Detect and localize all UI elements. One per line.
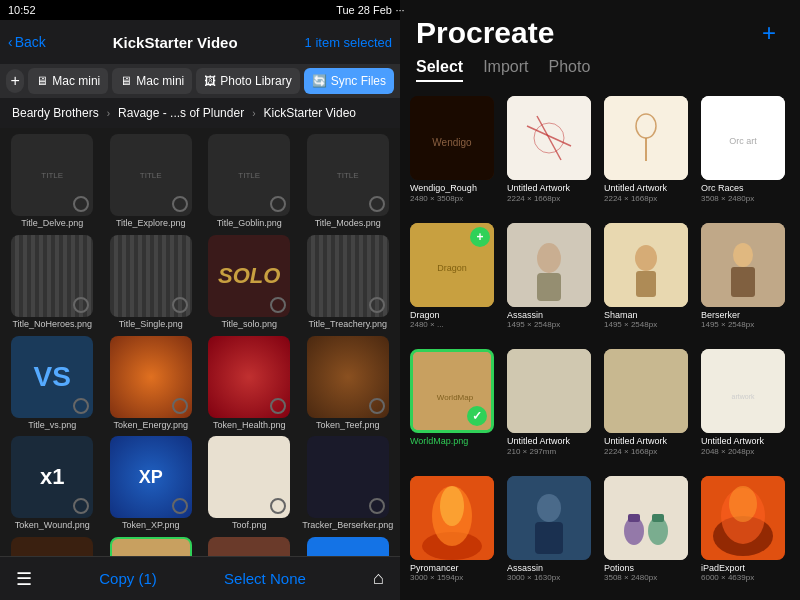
artwork-size: 2480 × 3508px — [410, 194, 499, 204]
artwork-preview — [507, 223, 591, 307]
artwork-item[interactable]: Untitled Artwork 2224 × 1668px — [604, 96, 693, 215]
artwork-item[interactable]: WorldMap ✓ WorldMap.png — [410, 349, 499, 468]
artwork-item[interactable]: Untitled Artwork 2224 × 1668px — [604, 349, 693, 468]
artwork-thumbnail — [701, 476, 785, 560]
select-radio[interactable] — [172, 297, 188, 313]
artwork-item[interactable]: Assassin 3000 × 1630px — [507, 476, 596, 595]
artwork-item[interactable]: Potions 3508 × 2480px — [604, 476, 693, 595]
artwork-name: Potions — [604, 563, 693, 574]
file-name: Token_Teef.png — [316, 420, 380, 431]
artwork-item[interactable]: Dragon + Dragon 2480 × ... — [410, 223, 499, 342]
artwork-thumbnail — [701, 223, 785, 307]
breadcrumb-label-2: Ravage - ...s of Plunder — [118, 106, 244, 120]
svg-rect-35 — [604, 476, 688, 560]
list-item[interactable]: Token_Energy.png — [105, 336, 198, 431]
breadcrumb-arrow-2: › — [252, 108, 255, 119]
tab-mac-mini-1[interactable]: 🖥 Mac mini — [28, 68, 108, 94]
list-item[interactable]: Tracker_Berserker.png — [302, 436, 395, 531]
file-name: Title_solo.png — [221, 319, 277, 330]
file-thumbnail: TITLE — [110, 134, 192, 216]
list-item[interactable]: Ps Box Art.psd — [302, 537, 395, 556]
artwork-name: Assassin — [507, 563, 596, 574]
artwork-item[interactable]: Shaman 1495 × 2548px — [604, 223, 693, 342]
select-radio[interactable] — [270, 498, 286, 514]
status-bar: 10:52 ··· Tue 28 Feb — [0, 0, 400, 20]
file-name: Token_Energy.png — [114, 420, 188, 431]
svg-rect-21 — [731, 267, 755, 297]
artwork-item[interactable]: Untitled Artwork 210 × 297mm — [507, 349, 596, 468]
list-item[interactable]: Wound.png — [203, 537, 296, 556]
svg-rect-39 — [652, 514, 664, 522]
select-radio[interactable] — [172, 398, 188, 414]
back-button[interactable]: ‹ Back — [8, 34, 46, 50]
artwork-item[interactable]: Wendigo Wendigo_Rough 2480 × 3508px — [410, 96, 499, 215]
artwork-size: 2224 × 1668px — [604, 194, 693, 204]
list-item[interactable]: TITLE Title_Goblin.png — [203, 134, 296, 229]
list-item[interactable]: Title_Single.png — [105, 235, 198, 330]
list-item[interactable]: Tracker_Card.png — [6, 537, 99, 556]
select-radio[interactable] — [73, 498, 89, 514]
list-item[interactable]: Toof.png — [203, 436, 296, 531]
artwork-item[interactable]: Berserker 1495 × 2548px — [701, 223, 790, 342]
artwork-item[interactable]: iPadExport 6000 × 4639px — [701, 476, 790, 595]
list-item[interactable]: VS Title_vs.png — [6, 336, 99, 431]
tab-photo-library[interactable]: 🖼 Photo Library — [196, 68, 299, 94]
list-item[interactable]: TITLE Title_Delve.png — [6, 134, 99, 229]
home-icon[interactable]: ⌂ — [373, 568, 384, 589]
artwork-item[interactable]: artwork Untitled Artwork 2048 × 2048px — [701, 349, 790, 468]
add-tab-button[interactable]: + — [6, 69, 24, 93]
tab-import[interactable]: Import — [483, 58, 528, 82]
select-radio[interactable] — [369, 297, 385, 313]
add-artwork-button[interactable]: + — [754, 18, 784, 48]
select-radio[interactable] — [270, 196, 286, 212]
list-item[interactable]: Title_Treachery.png — [302, 235, 395, 330]
list-item[interactable]: SOLO Title_solo.png — [203, 235, 296, 330]
status-time: 10:52 — [8, 4, 36, 16]
file-name: Tracker_Berserker.png — [302, 520, 393, 531]
select-radio[interactable] — [172, 498, 188, 514]
artwork-preview — [604, 349, 688, 433]
list-item[interactable]: x1 Token_Wound.png — [6, 436, 99, 531]
breadcrumb-beardy[interactable]: Beardy Brothers — [6, 104, 105, 122]
artwork-item[interactable]: Orc art Orc Races 3508 × 2480px — [701, 96, 790, 215]
breadcrumb-ravage[interactable]: Ravage - ...s of Plunder — [112, 104, 250, 122]
menu-icon[interactable]: ☰ — [16, 568, 32, 590]
list-item[interactable]: XP Token_XP.png — [105, 436, 198, 531]
select-radio[interactable] — [369, 398, 385, 414]
artwork-item[interactable]: Assassin 1495 × 2548px — [507, 223, 596, 342]
list-item[interactable]: TITLE Title_Modes.png — [302, 134, 395, 229]
copy-button[interactable]: Copy (1) — [99, 570, 157, 587]
select-radio[interactable] — [369, 498, 385, 514]
list-item[interactable]: Token_Teef.png — [302, 336, 395, 431]
list-item[interactable]: ✓ WorldMap.png — [105, 537, 198, 556]
artwork-thumbnail: Wendigo — [410, 96, 494, 180]
select-radio[interactable] — [73, 297, 89, 313]
artwork-name: Pyromancer — [410, 563, 499, 574]
photo-icon: 🖼 — [204, 74, 216, 88]
file-thumbnail: TITLE — [208, 134, 290, 216]
artwork-size: 2224 × 1668px — [604, 447, 693, 457]
tab-photo[interactable]: Photo — [548, 58, 590, 82]
list-item[interactable]: Title_NoHeroes.png — [6, 235, 99, 330]
artwork-thumbnail — [410, 476, 494, 560]
select-none-button[interactable]: Select None — [224, 570, 306, 587]
select-radio[interactable] — [172, 196, 188, 212]
list-item[interactable]: TITLE Title_Explore.png — [105, 134, 198, 229]
breadcrumb-kickstarter[interactable]: KickStarter Video — [257, 104, 362, 122]
select-radio[interactable] — [270, 398, 286, 414]
tab-select[interactable]: Select — [416, 58, 463, 82]
select-radio[interactable] — [270, 297, 286, 313]
select-radio[interactable] — [73, 398, 89, 414]
app-title: Procreate — [416, 16, 554, 50]
procreate-header: Procreate + — [400, 0, 800, 58]
file-thumbnail — [11, 235, 93, 317]
artwork-thumbnail: WorldMap ✓ — [410, 349, 494, 433]
select-radio[interactable] — [73, 196, 89, 212]
artwork-item[interactable]: Untitled Artwork 2224 × 1668px — [507, 96, 596, 215]
select-radio[interactable] — [369, 196, 385, 212]
list-item[interactable]: Token_Health.png — [203, 336, 296, 431]
tab-mac-mini-2[interactable]: 🖥 Mac mini — [112, 68, 192, 94]
artwork-preview — [604, 223, 688, 307]
tab-sync-files[interactable]: 🔄 Sync Files — [304, 68, 394, 94]
artwork-item[interactable]: Pyromancer 3000 × 1594px — [410, 476, 499, 595]
